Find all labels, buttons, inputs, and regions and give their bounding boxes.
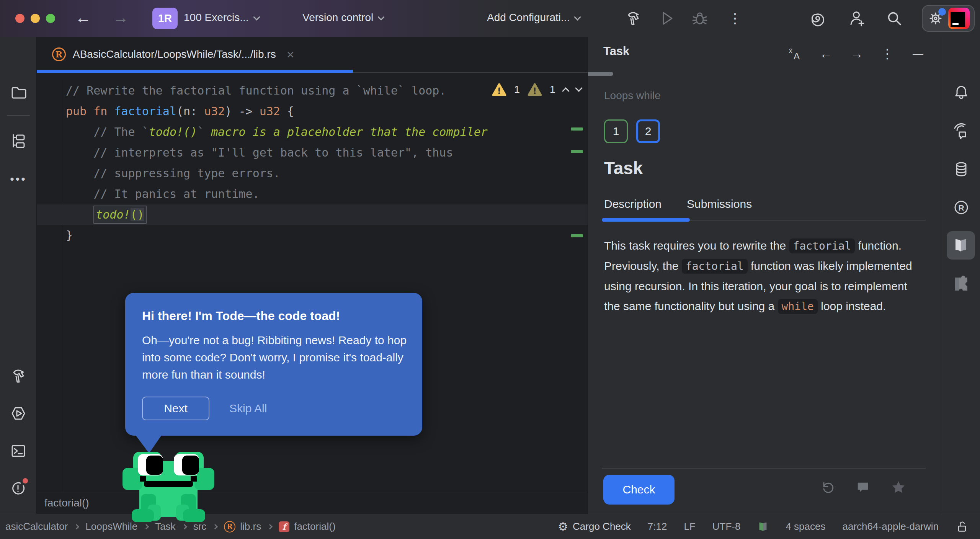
terminal-icon[interactable] [9, 442, 28, 460]
project-icon[interactable]: 1R [152, 8, 178, 29]
course-progress-book-icon[interactable] [757, 521, 769, 532]
settings-gear-icon[interactable] [927, 10, 944, 27]
structure-icon[interactable] [9, 132, 28, 150]
tab-title: ABasicCalculator/LoopsWhile/Task/.../lib… [73, 48, 276, 60]
next-problem-icon[interactable] [575, 84, 583, 92]
svg-text:A: A [794, 51, 800, 61]
course-progress-bar [588, 72, 613, 76]
code-line[interactable]: // The `todo!()` macro is a placeholder … [37, 122, 588, 142]
services-icon[interactable] [9, 404, 28, 423]
line-ending-widget[interactable]: LF [684, 521, 695, 532]
notifications-bell-icon[interactable] [952, 83, 970, 102]
panel-divider [602, 468, 926, 469]
more-actions-kebab-icon[interactable]: ⋮ [726, 9, 744, 28]
check-button[interactable]: Check [603, 475, 675, 505]
popup-title: Hi there! I'm Tode—the code toad! [142, 309, 405, 323]
breadcrumb-separator-icon [74, 524, 79, 529]
search-everywhere-icon[interactable] [885, 9, 903, 28]
caret-position-widget[interactable]: 7:12 [648, 521, 667, 532]
course-book-button[interactable] [947, 231, 975, 260]
task-footer-icons [820, 480, 906, 495]
project-widget[interactable]: 100 Exercis... [184, 11, 259, 24]
cargo-check-widget[interactable]: ⚙ Cargo Check [558, 520, 631, 533]
close-tab-icon[interactable]: × [287, 47, 294, 62]
chevron-down-icon [378, 13, 385, 20]
run-icon[interactable] [658, 9, 676, 28]
target-platform-widget[interactable]: aarch64-apple-darwin [843, 521, 939, 532]
breadcrumb-separator-icon [212, 524, 218, 529]
previous-task-arrow-icon[interactable]: ← [818, 46, 834, 61]
build-toolwindow-icon[interactable] [9, 367, 28, 385]
task-number-list: 1 2 [604, 119, 660, 143]
more-toolwindows-icon[interactable]: ••• [9, 170, 28, 188]
add-user-icon[interactable] [848, 9, 866, 28]
tab-submissions[interactable]: Submissions [687, 198, 752, 211]
close-window-button[interactable] [15, 14, 24, 23]
code-line[interactable]: todo!() [37, 204, 588, 225]
problems-badge [23, 478, 28, 483]
editor-area: R ABasicCalculator/LoopsWhile/Task/.../l… [37, 37, 588, 514]
task-number-1[interactable]: 1 [604, 119, 628, 143]
breadcrumb-item[interactable]: asicCalculator [5, 521, 68, 532]
code-line[interactable]: pub fn factorial(n: u32) -> u32 { [37, 101, 588, 122]
run-configuration-widget[interactable]: Add Configurati... [487, 11, 580, 24]
next-button[interactable]: Next [142, 397, 209, 420]
todo-macro-box[interactable]: todo!() [93, 206, 146, 224]
vcs-widget[interactable]: Version control [302, 11, 384, 24]
next-task-arrow-icon[interactable]: → [849, 46, 864, 61]
star-icon[interactable] [891, 480, 906, 495]
rust-toolwindow-icon[interactable]: R [952, 198, 970, 217]
problems-icon[interactable] [9, 479, 28, 498]
navigate-forward-button[interactable]: → [113, 7, 129, 28]
previous-problem-icon[interactable] [562, 87, 570, 95]
warning-icon [492, 83, 506, 96]
editor-tab[interactable]: R ABasicCalculator/LoopsWhile/Task/.../l… [37, 37, 305, 72]
unlock-icon[interactable] [956, 520, 969, 533]
code-line[interactable]: } [37, 225, 588, 246]
gear-icon: ⚙ [558, 520, 568, 533]
panel-options-kebab-icon[interactable]: ⋮ [880, 46, 895, 61]
hide-panel-icon[interactable]: — [910, 46, 926, 61]
panel-title: Task [603, 44, 629, 58]
zoom-window-button[interactable] [46, 14, 55, 23]
window-controls [15, 14, 55, 23]
database-icon[interactable] [952, 160, 970, 178]
context-symbol: factorial() [44, 497, 89, 509]
left-toolwindow-stripe: ••• [0, 37, 37, 514]
comment-icon[interactable] [856, 480, 870, 494]
breadcrumb: asicCalculator LoopsWhile Task src R lib… [5, 521, 550, 532]
code-line[interactable]: // It panics at runtime. [37, 184, 588, 204]
ai-assistant-icon[interactable] [808, 9, 827, 28]
code-line[interactable]: // suppressing type errors. [37, 163, 588, 184]
ai-chat-icon[interactable] [952, 122, 970, 141]
plugin-puzzle-icon[interactable] [952, 274, 970, 292]
inspections-widget[interactable]: 1 1 [492, 83, 581, 96]
project-folder-icon[interactable] [9, 83, 28, 102]
code-line[interactable]: // interprets as "I'll get back to this … [37, 142, 588, 163]
warning-count: 1 [514, 84, 520, 96]
chevron-down-icon [253, 13, 260, 20]
change-marker [571, 127, 583, 131]
settings-profile-group [922, 5, 975, 32]
sticky-context-row[interactable]: factorial() [37, 492, 588, 514]
reset-task-icon[interactable] [820, 480, 835, 495]
skip-all-link[interactable]: Skip All [229, 402, 267, 415]
debug-bug-icon[interactable] [691, 9, 709, 28]
code-chip: factorial [789, 238, 855, 253]
breadcrumb-separator-icon [144, 524, 149, 529]
build-hammer-icon[interactable] [624, 9, 642, 28]
rust-file-icon: R [52, 47, 66, 61]
tab-description[interactable]: Description [604, 198, 662, 211]
function-icon: f [279, 521, 289, 532]
navigate-back-button[interactable]: ← [75, 7, 91, 28]
encoding-widget[interactable]: UTF-8 [712, 521, 741, 532]
svg-text:x̄: x̄ [789, 47, 792, 54]
breadcrumb-item[interactable]: factorial() [294, 521, 335, 532]
jetbrains-logo-icon[interactable] [948, 8, 970, 29]
indent-widget[interactable]: 4 spaces [786, 521, 825, 532]
minimize-window-button[interactable] [31, 14, 40, 23]
translate-icon[interactable]: x̄ A [788, 46, 803, 61]
task-number-2[interactable]: 2 [636, 119, 660, 143]
breadcrumb-item[interactable]: lib.rs [240, 521, 261, 532]
code-lines: // Rewrite the factorial function using … [37, 80, 588, 246]
